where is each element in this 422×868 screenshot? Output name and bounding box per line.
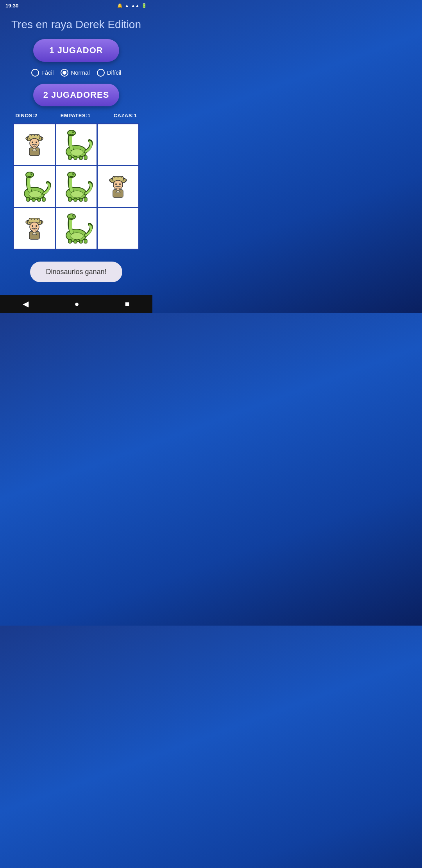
radio-dificil[interactable] (97, 69, 105, 77)
svg-point-14 (72, 131, 74, 133)
svg-rect-36 (79, 198, 82, 201)
score-cazas: CAZAS:1 (114, 113, 137, 118)
cell-content-2-0 (17, 211, 52, 246)
cell-2-0[interactable] (14, 208, 55, 249)
difficulty-group: Fácil Normal Difícil (31, 69, 122, 77)
svg-rect-16 (68, 156, 72, 160)
label-dificil: Difícil (107, 69, 122, 76)
svg-rect-34 (68, 197, 72, 201)
cell-content-1-0 (17, 169, 52, 204)
cell-content-1-1 (59, 169, 93, 204)
svg-point-55 (34, 219, 35, 219)
cell-content-2-1 (59, 211, 93, 246)
nav-bar: ◀ ● ■ (0, 295, 152, 313)
svg-rect-69 (79, 240, 82, 243)
cell-1-0[interactable] (14, 166, 55, 207)
cell-content-0-0 (17, 127, 52, 162)
difficulty-facil[interactable]: Fácil (31, 69, 54, 77)
nav-home-icon[interactable]: ● (74, 299, 79, 308)
notification-icon: 🔔 (117, 3, 123, 8)
svg-point-44 (121, 177, 122, 178)
status-bar: 19:30 🔔 ▲ ▲▲ 🔋 (0, 0, 152, 11)
svg-point-58 (32, 225, 33, 227)
result-message: Dinosaurios ganan! (30, 262, 122, 282)
svg-point-4 (34, 135, 35, 136)
cell-0-2[interactable] (98, 124, 138, 165)
svg-rect-26 (32, 198, 35, 201)
svg-point-66 (73, 215, 73, 215)
label-facil: Fácil (41, 69, 54, 76)
cell-content-2-2 (101, 211, 135, 246)
cell-0-0[interactable] (14, 124, 55, 165)
svg-point-29 (29, 191, 41, 198)
svg-rect-25 (27, 197, 30, 201)
app-title: Tres en raya Derek Edition (11, 18, 141, 31)
cell-content-1-2 (101, 169, 135, 204)
svg-point-47 (119, 183, 121, 185)
svg-rect-18 (79, 156, 82, 160)
nav-back-icon[interactable]: ◀ (23, 299, 29, 308)
label-normal: Normal (71, 69, 89, 76)
nav-square-icon[interactable]: ■ (125, 299, 129, 308)
svg-rect-37 (84, 197, 87, 201)
svg-rect-68 (74, 240, 77, 243)
radio-normal[interactable] (61, 69, 68, 77)
status-time: 19:30 (5, 3, 18, 9)
svg-point-42 (114, 177, 115, 178)
cell-0-1[interactable] (56, 124, 97, 165)
svg-point-54 (31, 219, 32, 219)
svg-rect-19 (84, 156, 87, 160)
svg-rect-17 (74, 156, 77, 160)
status-icons: 🔔 ▲ ▲▲ 🔋 (117, 3, 147, 8)
svg-point-33 (73, 173, 73, 174)
svg-point-32 (72, 173, 74, 175)
battery-icon: 🔋 (141, 3, 147, 8)
score-empates: EMPATES:1 (61, 113, 91, 118)
cell-1-1[interactable] (56, 166, 97, 207)
svg-point-3 (31, 135, 32, 136)
svg-point-43 (118, 177, 118, 178)
cell-content-0-1 (59, 127, 93, 162)
svg-point-46 (115, 183, 117, 185)
radio-facil[interactable] (31, 69, 39, 77)
signal-icon: ▲▲ (131, 3, 139, 8)
svg-rect-35 (74, 198, 77, 201)
svg-rect-27 (38, 198, 41, 201)
scores-row: DINOS:2 EMPATES:1 CAZAS:1 (0, 110, 152, 121)
cell-content-0-2 (101, 127, 135, 162)
one-player-button[interactable]: 1 JUGADOR (33, 39, 119, 62)
svg-rect-70 (84, 239, 87, 243)
difficulty-normal[interactable]: Normal (61, 69, 89, 77)
svg-point-65 (72, 215, 74, 217)
svg-rect-67 (68, 239, 72, 243)
cell-1-2[interactable] (98, 166, 138, 207)
wifi-icon: ▲ (125, 3, 129, 8)
two-players-button[interactable]: 2 JUGADORES (33, 84, 119, 106)
svg-rect-28 (42, 197, 45, 201)
game-grid (13, 123, 139, 250)
svg-point-56 (37, 219, 38, 219)
svg-point-71 (71, 233, 83, 240)
svg-point-59 (36, 225, 37, 227)
svg-point-20 (71, 149, 83, 156)
svg-rect-50 (116, 188, 120, 190)
difficulty-dificil[interactable]: Difícil (97, 69, 122, 77)
cell-2-1[interactable] (56, 208, 97, 249)
svg-point-8 (36, 142, 37, 143)
score-dinos: DINOS:2 (15, 113, 37, 118)
cell-2-2[interactable] (98, 208, 138, 249)
svg-rect-62 (33, 230, 36, 232)
svg-rect-11 (33, 146, 36, 149)
svg-point-5 (37, 135, 38, 136)
svg-point-38 (71, 191, 83, 198)
svg-point-24 (31, 173, 31, 174)
svg-point-7 (32, 142, 33, 143)
svg-point-23 (30, 173, 32, 175)
svg-point-15 (73, 131, 73, 132)
